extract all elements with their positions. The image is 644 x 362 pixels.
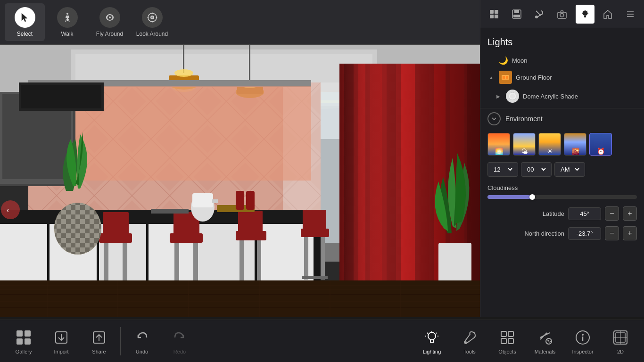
tree-item-dome-acrylic[interactable]: ▶ Dome Acrylic Shade xyxy=(480,87,644,106)
gallery-label: Gallery xyxy=(16,349,32,354)
top-toolbar: Select Walk Fly Around xyxy=(0,0,480,45)
panel-btn-paint[interactable] xyxy=(530,5,549,24)
svg-rect-71 xyxy=(238,211,263,232)
bottom-btn-redo[interactable]: Redo xyxy=(161,322,198,360)
divider-1 xyxy=(120,327,121,355)
time-minute-select[interactable]: 00 153045 xyxy=(521,162,552,177)
svg-rect-110 xyxy=(514,10,519,13)
svg-point-4 xyxy=(151,13,153,14)
time-selectors: 12 123 456 789 1011 00 153045 AM PM xyxy=(480,159,644,180)
panel-btn-objects[interactable] xyxy=(485,5,504,24)
bottom-btn-inspector[interactable]: Inspector xyxy=(564,322,602,360)
north-direction-decrease-btn[interactable]: − xyxy=(605,226,619,240)
select-label: Select xyxy=(17,31,33,37)
bottom-btn-undo[interactable]: Undo xyxy=(123,322,161,360)
svg-rect-125 xyxy=(25,330,31,337)
bottom-btn-2d[interactable]: 2D xyxy=(602,322,639,360)
svg-point-1 xyxy=(109,16,111,18)
cloudiness-slider[interactable] xyxy=(487,195,637,199)
tool-look-around[interactable]: Look Around xyxy=(132,3,172,41)
time-hour-select[interactable]: 12 123 456 789 1011 xyxy=(487,162,518,177)
lighting-label: Lighting xyxy=(423,349,441,354)
lighting-icon xyxy=(422,328,441,347)
cloudiness-thumb[interactable] xyxy=(529,194,535,200)
north-direction-increase-btn[interactable]: + xyxy=(623,226,637,240)
svg-rect-79 xyxy=(212,199,218,203)
bottom-btn-tools[interactable]: Tools xyxy=(451,322,488,360)
tree-expand-ground-floor: ▲ xyxy=(487,74,495,81)
time-preset-dawn[interactable]: 🌅 xyxy=(487,133,510,156)
gallery-icon xyxy=(14,328,33,347)
kitchen-scene: ‹ xyxy=(0,45,480,317)
hour-dropdown[interactable]: 12 123 456 789 1011 xyxy=(492,165,514,173)
latitude-increase-btn[interactable]: + xyxy=(623,206,637,221)
select-icon xyxy=(15,7,35,28)
share-icon xyxy=(90,328,108,347)
period-dropdown[interactable]: AM PM xyxy=(559,165,581,173)
panel-btn-camera[interactable] xyxy=(553,5,571,24)
time-preset-noon[interactable]: ☀ xyxy=(538,133,561,156)
time-preset-custom[interactable]: ⏰ xyxy=(589,133,612,156)
bottom-btn-objects[interactable]: Objects xyxy=(488,322,526,360)
svg-rect-111 xyxy=(513,15,520,17)
materials-label: Materials xyxy=(535,349,556,354)
latitude-label: Latitude xyxy=(487,210,564,217)
panel-btn-list[interactable] xyxy=(621,5,640,24)
svg-point-123 xyxy=(510,94,515,99)
bottom-btn-import[interactable]: Import xyxy=(42,322,80,360)
panel-btn-light[interactable] xyxy=(576,5,594,24)
ground-floor-label: Ground Floor xyxy=(516,74,552,81)
materials-icon xyxy=(536,328,554,347)
latitude-value: 45° xyxy=(568,207,601,220)
svg-rect-76 xyxy=(303,210,326,230)
time-preset-morning[interactable]: 🌤 xyxy=(513,133,536,156)
environment-header[interactable]: Environment xyxy=(480,108,644,129)
tree-expand-moon xyxy=(487,57,495,65)
tool-fly-around[interactable]: Fly Around xyxy=(90,3,130,41)
latitude-row: Latitude 45° − + xyxy=(480,204,644,223)
svg-rect-124 xyxy=(17,330,23,337)
time-period-select[interactable]: AM PM xyxy=(554,162,585,177)
svg-rect-141 xyxy=(501,338,506,344)
viewport[interactable]: ‹ xyxy=(0,45,480,317)
tool-walk[interactable]: Walk xyxy=(47,3,87,41)
look-around-label: Look Around xyxy=(136,31,168,37)
tree-item-moon[interactable]: 🌙 Moon xyxy=(480,53,644,68)
svg-point-103 xyxy=(1,200,20,219)
svg-point-89 xyxy=(54,203,101,255)
svg-rect-74 xyxy=(321,237,325,280)
latitude-decrease-btn[interactable]: − xyxy=(605,206,619,221)
time-preset-afternoon[interactable]: 🌇 xyxy=(564,133,586,156)
panel-content: Lights 🌙 Moon ▲ Ground Floor ▶ xyxy=(480,28,644,317)
cloudiness-section: Cloudiness xyxy=(480,180,644,204)
svg-rect-46 xyxy=(21,85,101,108)
panel-btn-save[interactable] xyxy=(507,5,526,24)
time-presets: 🌅 🌤 ☀ 🌇 ⏰ xyxy=(480,129,644,159)
bottom-btn-gallery[interactable]: Gallery xyxy=(5,322,42,360)
svg-rect-73 xyxy=(304,237,308,280)
panel-btn-home[interactable] xyxy=(598,5,617,24)
panel-icon-bar xyxy=(480,0,644,28)
bottom-btn-materials[interactable]: Materials xyxy=(526,322,564,360)
svg-rect-83 xyxy=(151,209,189,214)
2d-icon xyxy=(611,328,630,347)
svg-point-146 xyxy=(582,334,584,336)
dome-icon xyxy=(506,90,519,103)
minute-dropdown[interactable]: 00 153045 xyxy=(525,165,547,173)
moon-icon: 🌙 xyxy=(499,56,508,65)
environment-label: Environment xyxy=(505,115,543,123)
svg-point-6 xyxy=(147,17,149,18)
tree-item-ground-floor[interactable]: ▲ Ground Floor xyxy=(480,68,644,87)
svg-point-7 xyxy=(156,17,157,18)
undo-label: Undo xyxy=(136,349,148,354)
section-title-lights: Lights xyxy=(480,33,644,53)
bottom-btn-share[interactable]: Share xyxy=(80,322,118,360)
cloudiness-label: Cloudiness xyxy=(487,184,637,191)
tree-expand-dome: ▶ xyxy=(495,92,502,100)
svg-rect-81 xyxy=(236,191,244,210)
svg-point-3 xyxy=(151,16,153,18)
bottom-btn-lighting[interactable]: Lighting xyxy=(413,322,451,360)
svg-point-112 xyxy=(535,16,538,18)
north-direction-row: North direction -23.7° − + xyxy=(480,223,644,243)
tool-select[interactable]: Select xyxy=(5,3,45,41)
